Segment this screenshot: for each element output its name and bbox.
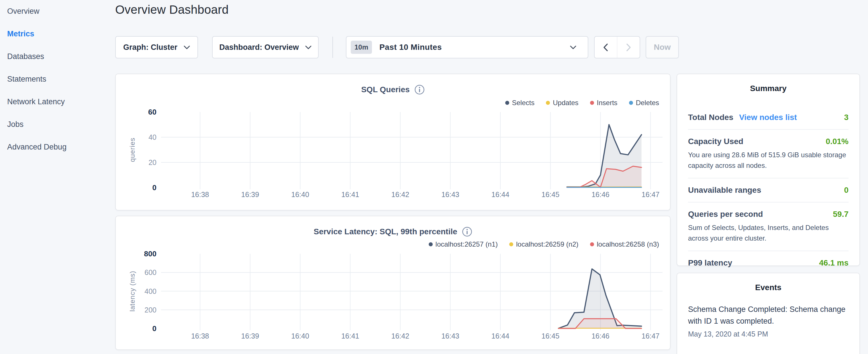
- summary-row-description: Sum of Selects, Updates, Inserts, and De…: [688, 222, 848, 244]
- svg-text:16:41: 16:41: [341, 190, 359, 198]
- service-latency-plot[interactable]: 16:3816:3916:4016:4116:4216:4316:4416:45…: [127, 250, 671, 344]
- svg-text:60: 60: [148, 108, 156, 116]
- svg-text:16:38: 16:38: [191, 190, 209, 198]
- legend-dot: [505, 101, 509, 105]
- sidebar-item-label: Metrics: [7, 30, 34, 38]
- now-button-label: Now: [654, 43, 671, 52]
- svg-text:queries: queries: [128, 137, 136, 162]
- svg-text:16:44: 16:44: [492, 190, 509, 198]
- svg-text:400: 400: [145, 287, 156, 295]
- time-range-label: Past 10 Minutes: [379, 43, 442, 52]
- svg-text:16:38: 16:38: [191, 332, 209, 340]
- sidebar-item-statements[interactable]: Statements: [0, 68, 112, 91]
- legend-label: localhost:26258 (n3): [597, 240, 659, 248]
- legend-item-updates[interactable]: Updates: [546, 99, 578, 107]
- chevron-left-icon: [603, 43, 608, 51]
- legend-label: Updates: [553, 99, 578, 107]
- legend-dot: [429, 242, 433, 246]
- summary-row-label: Queries per second: [688, 210, 763, 219]
- svg-text:latency (ms): latency (ms): [128, 271, 136, 312]
- sidebar-item-label: Overview: [7, 7, 39, 16]
- svg-text:0: 0: [152, 324, 156, 333]
- svg-text:16:40: 16:40: [291, 190, 309, 198]
- chevron-right-icon: [626, 43, 631, 51]
- legend-item-n3[interactable]: localhost:26258 (n3): [590, 240, 659, 248]
- time-range-badge: 10m: [351, 41, 372, 54]
- svg-text:16:42: 16:42: [392, 332, 409, 340]
- dashboard-dropdown[interactable]: Dashboard: Overview: [212, 36, 319, 58]
- sidebar-item-label: Databases: [7, 52, 44, 61]
- info-icon[interactable]: [462, 227, 472, 237]
- svg-text:200: 200: [145, 306, 156, 314]
- now-button[interactable]: Now: [646, 36, 679, 58]
- page-title: Overview Dashboard: [115, 3, 229, 17]
- legend-item-selects[interactable]: Selects: [505, 99, 535, 107]
- svg-text:16:47: 16:47: [642, 190, 660, 198]
- summary-row-label: P99 latency: [688, 258, 732, 267]
- summary-row-label: Unavailable ranges: [688, 186, 761, 195]
- sidebar-item-advanced-debug[interactable]: Advanced Debug: [0, 136, 112, 158]
- svg-text:40: 40: [149, 133, 156, 141]
- legend-item-n2[interactable]: localhost:26259 (n2): [509, 240, 578, 248]
- sidebar: Overview Metrics Databases Statements Ne…: [0, 0, 112, 354]
- legend-item-deletes[interactable]: Deletes: [629, 99, 659, 107]
- summary-row-label: Capacity Used: [688, 137, 743, 146]
- sql-queries-plot[interactable]: 16:3816:3916:4016:4116:4216:4316:4416:45…: [127, 108, 671, 201]
- summary-row-unavailable-ranges: Unavailable ranges 0: [688, 179, 848, 202]
- svg-text:16:39: 16:39: [241, 190, 259, 198]
- time-prev-button[interactable]: [595, 37, 617, 58]
- summary-row-queries-per-second: Queries per second 59.7 Sum of Selects, …: [688, 202, 848, 251]
- svg-text:16:45: 16:45: [541, 332, 560, 340]
- chart-legend: localhost:26257 (n1) localhost:26259 (n2…: [429, 240, 659, 248]
- sidebar-item-label: Statements: [7, 75, 46, 84]
- sidebar-item-label: Network Latency: [7, 97, 65, 106]
- summary-row-description: You are using 28.6 MiB of 515.9 GiB usab…: [688, 150, 848, 171]
- chart-title: SQL Queries: [361, 85, 409, 94]
- svg-text:600: 600: [145, 268, 156, 277]
- legend-label: Deletes: [636, 99, 659, 107]
- graph-dropdown[interactable]: Graph: Cluster: [115, 36, 198, 58]
- sidebar-item-metrics[interactable]: Metrics: [0, 23, 112, 45]
- chart-title: Service Latency: SQL, 99th percentile: [313, 227, 457, 236]
- legend-dot: [629, 101, 633, 105]
- info-icon[interactable]: [414, 85, 425, 95]
- time-next-button[interactable]: [617, 37, 640, 58]
- summary-row-total-nodes: Total Nodes View nodes list 3: [688, 106, 848, 130]
- event-item[interactable]: Schema Change Completed: Schema change w…: [688, 303, 848, 338]
- legend-dot: [590, 242, 594, 246]
- chart-legend: Selects Updates Inserts Deletes: [505, 99, 659, 107]
- sidebar-item-overview[interactable]: Overview: [0, 0, 112, 23]
- chevron-down-icon: [305, 45, 311, 49]
- svg-text:16:47: 16:47: [642, 332, 660, 340]
- svg-text:16:44: 16:44: [492, 332, 509, 340]
- dashboard-dropdown-label: Dashboard: Overview: [219, 43, 299, 52]
- svg-text:16:43: 16:43: [441, 332, 459, 340]
- summary-row-value: 0: [844, 186, 848, 195]
- summary-row-value: 3: [844, 113, 848, 122]
- svg-text:16:42: 16:42: [392, 190, 409, 198]
- time-range-picker[interactable]: 10m Past 10 Minutes: [346, 36, 588, 58]
- service-latency-chart-panel: Service Latency: SQL, 99th percentile lo…: [115, 216, 671, 350]
- summary-row-value: 0.01%: [826, 137, 848, 146]
- sidebar-item-jobs[interactable]: Jobs: [0, 113, 112, 136]
- svg-text:0: 0: [152, 183, 156, 192]
- summary-row-value: 59.7: [833, 210, 849, 219]
- svg-text:16:39: 16:39: [241, 332, 259, 340]
- sql-queries-chart-panel: SQL Queries Selects Updates Inserts Dele…: [115, 74, 671, 211]
- legend-dot: [509, 242, 513, 246]
- legend-item-n1[interactable]: localhost:26257 (n1): [429, 240, 498, 248]
- legend-item-inserts[interactable]: Inserts: [590, 99, 618, 107]
- summary-title: Summary: [677, 74, 859, 93]
- sidebar-item-databases[interactable]: Databases: [0, 45, 112, 68]
- svg-text:20: 20: [149, 158, 156, 166]
- summary-row-p99-latency: P99 latency 46.1 ms: [688, 251, 848, 275]
- svg-text:16:46: 16:46: [591, 332, 610, 340]
- time-pager: [594, 36, 640, 58]
- event-message: Schema Change Completed: Schema change w…: [688, 303, 848, 327]
- summary-row-value: 46.1 ms: [819, 258, 848, 267]
- view-nodes-list-link[interactable]: View nodes list: [739, 113, 797, 122]
- legend-label: localhost:26259 (n2): [516, 240, 578, 248]
- sidebar-item-network-latency[interactable]: Network Latency: [0, 91, 112, 113]
- sidebar-item-label: Jobs: [7, 120, 24, 129]
- svg-text:800: 800: [144, 250, 156, 258]
